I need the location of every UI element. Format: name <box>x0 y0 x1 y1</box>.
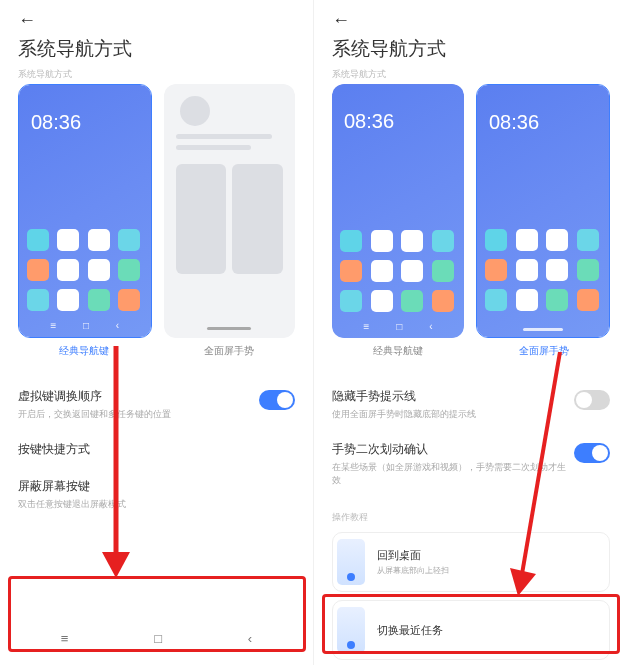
section-label: 系统导航方式 <box>332 68 386 81</box>
menu-icon[interactable]: ≡ <box>61 631 69 646</box>
tutorial-title: 切换最近任务 <box>377 623 443 638</box>
setting-desc: 在某些场景（如全屏游戏和视频），手势需要二次划动才生效 <box>332 461 574 487</box>
app-icon <box>432 260 454 282</box>
app-icon <box>118 229 140 251</box>
app-icon <box>516 229 538 251</box>
app-icon <box>57 259 79 281</box>
preview-row: 08:36 ≡ □ ‹ 08:36 <box>332 84 610 338</box>
tutorial-title: 回到桌面 <box>377 548 449 563</box>
app-grid <box>485 229 601 311</box>
back-icon: ‹ <box>429 321 432 332</box>
app-icon <box>485 289 507 311</box>
back-button[interactable]: ← <box>332 10 350 31</box>
menu-icon: ≡ <box>50 320 56 331</box>
back-icon: ‹ <box>116 320 119 331</box>
preview-gesture-nav[interactable]: 08:36 <box>476 84 610 338</box>
tutorial-thumb <box>337 607 365 653</box>
preview-label-gesture[interactable]: 全面屏手势 <box>478 344 610 358</box>
app-icon <box>57 289 79 311</box>
home-icon[interactable]: □ <box>154 631 162 646</box>
app-icon <box>57 229 79 251</box>
settings-list: 隐藏手势提示线 使用全面屏手势时隐藏底部的提示线 手势二次划动确认 在某些场景（… <box>332 378 610 665</box>
phone-mockup: 08:36 ≡ □ ‹ <box>332 84 464 338</box>
preview-time: 08:36 <box>344 110 394 133</box>
preview-label-classic[interactable]: 经典导航键 <box>332 344 464 358</box>
grey-blocks <box>176 164 284 274</box>
tutorial-go-home[interactable]: 回到桌面 从屏幕底部向上轻扫 <box>332 532 610 592</box>
app-icon <box>577 259 599 281</box>
back-icon[interactable]: ‹ <box>248 631 252 646</box>
page-title: 系统导航方式 <box>332 36 446 62</box>
tutorial-thumb <box>337 539 365 585</box>
setting-title: 屏蔽屏幕按键 <box>18 478 295 495</box>
menu-icon: ≡ <box>363 321 369 332</box>
app-icon <box>577 289 599 311</box>
gesture-bar-icon <box>523 328 563 331</box>
grey-block <box>176 164 227 274</box>
app-icon <box>546 259 568 281</box>
app-icon <box>88 259 110 281</box>
toggle-double-swipe[interactable] <box>574 443 610 463</box>
grey-line <box>176 134 273 139</box>
tutorial-desc: 从屏幕底部向上轻扫 <box>377 565 449 576</box>
app-icon <box>546 289 568 311</box>
toggle-swap-keys[interactable] <box>259 390 295 410</box>
app-icon <box>546 229 568 251</box>
preview-navbar: ≡ □ ‹ <box>19 320 151 331</box>
phone-mockup: 08:36 <box>477 85 609 337</box>
setting-hide-hint-line[interactable]: 隐藏手势提示线 使用全面屏手势时隐藏底部的提示线 <box>332 378 610 431</box>
setting-double-swipe[interactable]: 手势二次划动确认 在某些场景（如全屏游戏和视频），手势需要二次划动才生效 <box>332 431 610 497</box>
app-icon <box>516 259 538 281</box>
toggle-hide-hint[interactable] <box>574 390 610 410</box>
app-icon <box>371 290 393 312</box>
app-icon <box>401 290 423 312</box>
system-navbar: ≡ □ ‹ <box>18 629 295 647</box>
app-icon <box>401 230 423 252</box>
app-icon <box>432 290 454 312</box>
section-label: 系统导航方式 <box>18 68 72 81</box>
setting-swap-keys[interactable]: 虚拟键调换顺序 开启后，交换返回键和多任务键的位置 <box>18 378 295 431</box>
app-icon <box>88 289 110 311</box>
home-icon: □ <box>396 321 402 332</box>
setting-desc: 使用全面屏手势时隐藏底部的提示线 <box>332 408 574 421</box>
grey-line <box>176 145 251 150</box>
grey-mockup <box>164 84 296 338</box>
preview-classic-nav[interactable]: 08:36 ≡ □ ‹ <box>18 84 152 338</box>
page-title: 系统导航方式 <box>18 36 132 62</box>
setting-desc: 双击任意按键退出屏蔽模式 <box>18 498 295 511</box>
preview-time: 08:36 <box>489 111 539 134</box>
setting-title: 虚拟键调换顺序 <box>18 388 259 405</box>
app-icon <box>577 229 599 251</box>
screen-classic-nav: ← 系统导航方式 系统导航方式 08:36 ≡ □ ‹ <box>0 0 314 665</box>
tutorial-section-label: 操作教程 <box>332 511 610 524</box>
app-icon <box>340 230 362 252</box>
app-grid <box>340 230 456 312</box>
setting-title: 按键快捷方式 <box>18 441 295 458</box>
app-icon <box>432 230 454 252</box>
preview-classic-nav[interactable]: 08:36 ≡ □ ‹ <box>332 84 464 338</box>
app-icon <box>88 229 110 251</box>
preview-label-classic[interactable]: 经典导航键 <box>18 344 150 358</box>
preview-label-gesture[interactable]: 全面屏手势 <box>163 344 295 358</box>
app-icon <box>27 229 49 251</box>
setting-desc: 开启后，交换返回键和多任务键的位置 <box>18 408 259 421</box>
preview-navbar: ≡ □ ‹ <box>332 321 464 332</box>
tutorial-recent-tasks[interactable]: 切换最近任务 <box>332 600 610 660</box>
app-icon <box>118 289 140 311</box>
app-icon <box>340 290 362 312</box>
preview-gesture-nav[interactable] <box>164 84 296 338</box>
setting-title: 手势二次划动确认 <box>332 441 574 458</box>
app-icon <box>516 289 538 311</box>
app-icon <box>340 260 362 282</box>
app-icon <box>27 259 49 281</box>
app-icon <box>371 230 393 252</box>
app-icon <box>371 260 393 282</box>
preview-row: 08:36 ≡ □ ‹ <box>18 84 295 338</box>
back-button[interactable]: ← <box>18 10 36 31</box>
setting-shield-keys[interactable]: 屏蔽屏幕按键 双击任意按键退出屏蔽模式 <box>18 468 295 521</box>
grey-block <box>232 164 283 274</box>
settings-list: 虚拟键调换顺序 开启后，交换返回键和多任务键的位置 按键快捷方式 屏蔽屏幕按键 … <box>18 378 295 521</box>
setting-shortcut[interactable]: 按键快捷方式 <box>18 431 295 468</box>
app-icon <box>401 260 423 282</box>
app-icon <box>485 229 507 251</box>
